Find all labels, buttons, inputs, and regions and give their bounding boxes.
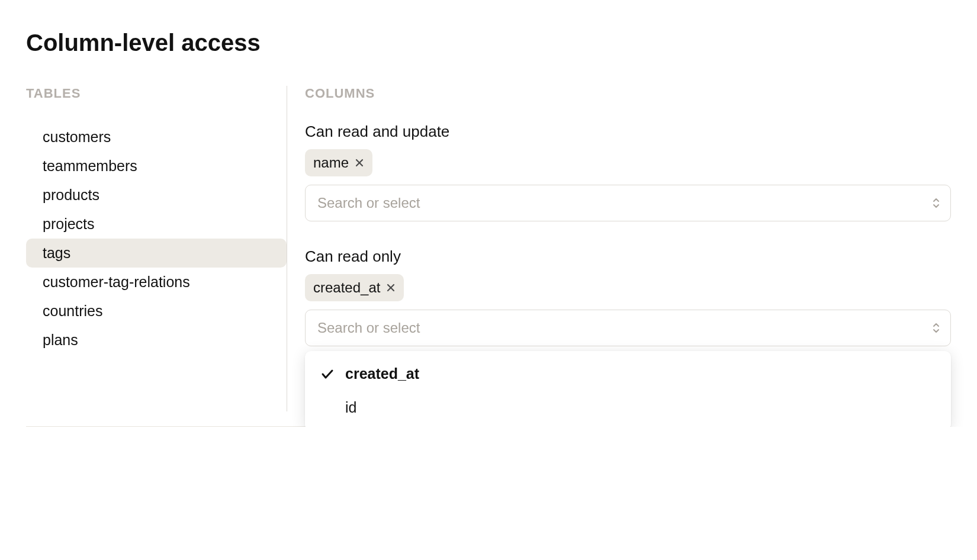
table-item-tags[interactable]: tags [26, 239, 287, 268]
dropdown-option-id[interactable]: id [305, 391, 951, 424]
table-item-products[interactable]: products [26, 181, 287, 210]
table-item-countries[interactable]: countries [26, 297, 287, 326]
read-update-label: Can read and update [305, 123, 951, 141]
read-update-group: Can read and update name [305, 123, 951, 221]
tag-name: name [305, 149, 372, 176]
tables-list: customers teammembers products projects … [26, 123, 287, 355]
table-item-teammembers[interactable]: teammembers [26, 152, 287, 181]
page-title: Column-level access [26, 30, 951, 56]
close-icon[interactable] [355, 158, 364, 168]
read-only-dropdown: created_at id [305, 351, 951, 427]
read-only-tags: created_at [305, 274, 951, 301]
table-item-plans[interactable]: plans [26, 326, 287, 355]
vertical-divider [287, 86, 287, 411]
read-only-search-input[interactable] [305, 310, 951, 346]
read-update-select[interactable] [305, 185, 951, 221]
close-icon[interactable] [386, 283, 396, 292]
table-item-customer-tag-relations[interactable]: customer-tag-relations [26, 268, 287, 297]
read-only-group: Can read only created_at [305, 247, 951, 346]
read-only-label: Can read only [305, 247, 951, 266]
check-icon [319, 367, 336, 381]
tag-label: created_at [313, 279, 380, 296]
dropdown-option-label: id [345, 399, 356, 416]
table-item-customers[interactable]: customers [26, 123, 287, 152]
read-update-tags: name [305, 149, 951, 176]
table-item-projects[interactable]: projects [26, 210, 287, 239]
content-layout: TABLES customers teammembers products pr… [26, 86, 951, 411]
tag-created-at: created_at [305, 274, 404, 301]
dropdown-option-label: created_at [345, 365, 419, 382]
columns-panel: COLUMNS Can read and update name [305, 86, 951, 411]
read-update-search-input[interactable] [305, 185, 951, 221]
read-only-select[interactable]: created_at id [305, 310, 951, 346]
columns-heading: COLUMNS [305, 86, 951, 101]
tag-label: name [313, 155, 349, 171]
tables-sidebar: TABLES customers teammembers products pr… [26, 86, 287, 411]
dropdown-option-created-at[interactable]: created_at [305, 357, 951, 391]
tables-heading: TABLES [26, 86, 287, 101]
